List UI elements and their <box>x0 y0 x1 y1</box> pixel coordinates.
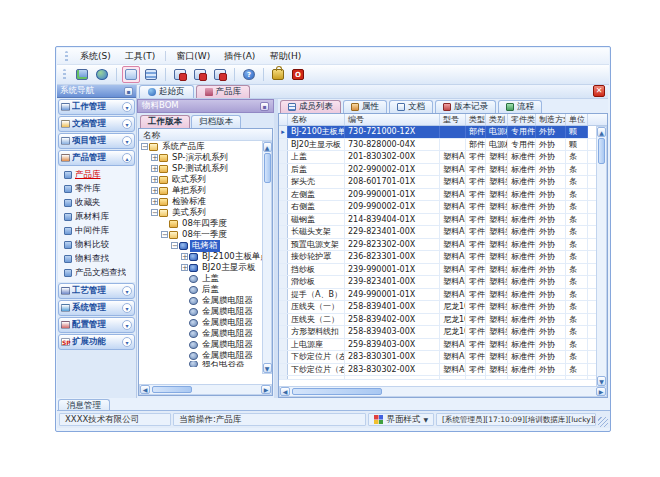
table-row[interactable]: 接纱轮护罩 236-823301-00X 塑料ABS 零件 塑料类 标准件 外协… <box>279 251 596 264</box>
tree-node[interactable]: 金属膜电阻器 <box>139 317 262 328</box>
table-row[interactable] <box>279 376 596 380</box>
table-row[interactable]: 压线夹（一） 258-839401-00X 尼龙1010 零件 塑料类 标准件 … <box>279 301 596 314</box>
scrollbar-thumb[interactable] <box>152 386 192 393</box>
toolbar-button[interactable] <box>142 66 160 83</box>
menu-item[interactable]: 窗口(W) <box>169 48 217 65</box>
tree-expander-icon[interactable] <box>181 341 188 348</box>
tree-node[interactable]: + BJ20主显示板 <box>139 262 262 273</box>
tree-expander-icon[interactable]: − <box>151 209 158 216</box>
table-row[interactable]: 挡纱板 239-990001-01X 塑料ABS 零件 塑料类 标准件 外协 条 <box>279 264 596 277</box>
sidebar-group[interactable]: 配置管理▾ <box>58 317 135 333</box>
bom-tree-horizontal-scrollbar[interactable]: ◀ ▶ <box>139 384 272 395</box>
sidebar-group[interactable]: 产品管理▴ <box>58 150 135 166</box>
toolbar-button[interactable] <box>73 66 91 83</box>
sidebar-item[interactable]: 物料查找 <box>58 252 135 266</box>
toolbar-button[interactable] <box>116 68 117 81</box>
tree-expander-icon[interactable] <box>161 220 168 227</box>
scroll-right-icon[interactable]: ▶ <box>261 385 271 394</box>
sidebar-item[interactable]: 产品库 <box>58 168 135 182</box>
tree-node[interactable]: + BJ-2100主板单点 <box>139 251 262 262</box>
sidebar-group[interactable]: 项目管理▾ <box>58 133 135 149</box>
member-tab[interactable]: 成员列表 <box>280 100 341 113</box>
menu-item[interactable]: 插件(A) <box>217 48 262 65</box>
table-row[interactable]: 下纱定位片（右） 283-830302-00X 塑料ABS 零件 塑料类 标准件… <box>279 364 596 377</box>
col-header[interactable]: 零件类型 <box>508 114 536 125</box>
table-row[interactable]: 下纱定位片（左） 283-830301-00X 塑料ABS 零件 塑料类 标准件… <box>279 351 596 364</box>
document-tab[interactable]: 起始页 <box>139 85 194 98</box>
toolbar-button[interactable] <box>240 66 258 83</box>
close-icon[interactable]: ✕ <box>593 85 605 97</box>
chevron-up-icon[interactable]: ▴ <box>122 153 132 163</box>
tree-node[interactable]: 独石电容器 <box>139 361 262 367</box>
toolbar-grip-2[interactable] <box>63 69 66 80</box>
sidebar-item[interactable]: 收藏夹 <box>58 196 135 210</box>
toolbar-button[interactable] <box>234 68 235 81</box>
scroll-down-icon[interactable]: ▼ <box>263 363 272 373</box>
tree-expander-icon[interactable]: + <box>151 198 158 205</box>
sidebar-group[interactable]: SP扩展功能▾ <box>58 334 135 350</box>
toolbar-button[interactable] <box>269 66 287 83</box>
table-row[interactable]: 上电源座 259-839403-00X 塑料ABS 零件 塑料类 标准件 外协 … <box>279 339 596 352</box>
col-header[interactable]: 制造方式 <box>536 114 566 125</box>
tree-node[interactable]: + 欧式系列 <box>139 174 262 185</box>
tree-node[interactable]: 08年四季度 <box>139 218 262 229</box>
sidebar-item[interactable]: 原材料库 <box>58 210 135 224</box>
tree-expander-icon[interactable]: − <box>161 231 168 238</box>
scrollbar-thumb[interactable] <box>292 388 382 395</box>
tree-expander-icon[interactable] <box>181 286 188 293</box>
scroll-up-icon[interactable]: ▲ <box>263 142 272 152</box>
scroll-left-icon[interactable]: ◀ <box>280 387 290 396</box>
member-tab[interactable]: 流程 <box>498 100 542 113</box>
tree-node[interactable]: 金属膜电阻器 <box>139 295 262 306</box>
sidebar-item[interactable]: 中间件库 <box>58 224 135 238</box>
member-tab[interactable]: 文档 <box>389 100 433 113</box>
table-row[interactable]: 后盖 202-990002-01X 塑料ABS 零件 塑料类 标准件 外协 条 <box>279 164 596 177</box>
tree-expander-icon[interactable]: + <box>151 176 158 183</box>
table-row[interactable]: BJ20主显示板 730-828000-04X 部件 电源板 专用件 外协 颗 <box>279 139 596 152</box>
tree-expander-icon[interactable] <box>181 352 188 359</box>
table-vertical-scrollbar[interactable]: ▲ ▼ <box>596 126 607 387</box>
bom-version-tab[interactable]: 工作版本 <box>140 115 190 128</box>
col-header[interactable]: 类别 <box>486 114 508 125</box>
chevron-down-icon[interactable]: ▾ <box>122 102 132 112</box>
tree-node[interactable]: 金属膜电阻器 <box>139 350 262 361</box>
scrollbar-thumb[interactable] <box>598 138 605 164</box>
tree-node[interactable]: − 美式系列 <box>139 207 262 218</box>
toolbar-button[interactable] <box>191 66 209 83</box>
tree-expander-icon[interactable]: − <box>171 242 178 249</box>
sidebar-group[interactable]: 文档管理▾ <box>58 116 135 132</box>
tree-expander-icon[interactable]: + <box>151 187 158 194</box>
toolbar-button[interactable] <box>263 68 264 81</box>
sidebar-panel-button[interactable]: ▪ <box>124 87 133 96</box>
col-header[interactable]: 编号 <box>345 114 440 125</box>
table-row[interactable]: 探头壳 208-601701-01X 塑料ABS 零件 塑料类 标准件 外协 条 <box>279 176 596 189</box>
tree-expander-icon[interactable]: + <box>151 154 158 161</box>
bom-panel-button[interactable]: ▪ <box>260 102 269 111</box>
chevron-down-icon[interactable]: ▾ <box>122 119 132 129</box>
tree-expander-icon[interactable]: + <box>181 253 188 260</box>
menu-item[interactable]: 工具(T) <box>118 48 163 65</box>
tree-node[interactable]: − 08年一季度 <box>139 229 262 240</box>
toolbar-button[interactable] <box>93 66 111 83</box>
scroll-down-icon[interactable]: ▼ <box>597 376 606 386</box>
col-header[interactable]: 名称 <box>288 114 345 125</box>
sidebar-item[interactable]: 物料比较 <box>58 238 135 252</box>
table-horizontal-scrollbar[interactable]: ◀ ▶ <box>279 386 607 397</box>
tree-node[interactable]: 金属膜电阻器 <box>139 328 262 339</box>
menu-item[interactable]: 系统(S) <box>73 48 118 65</box>
tree-node[interactable]: + SP-测试机系列 <box>139 163 262 174</box>
table-row[interactable]: 左侧盖 209-990001-01X 塑料ABS 零件 塑料类 标准件 外协 条 <box>279 189 596 202</box>
chevron-down-icon[interactable]: ▾ <box>122 337 132 347</box>
col-header[interactable]: 型号 <box>440 114 466 125</box>
toolbar-button[interactable] <box>122 66 140 83</box>
table-row[interactable]: 磁钢盖 214-839404-01X 塑料ABS 零件 塑料类 标准件 外协 条 <box>279 214 596 227</box>
bom-version-tab[interactable]: 归档版本 <box>191 115 241 128</box>
tree-node[interactable]: − 系统产品库 <box>139 141 262 152</box>
tree-expander-icon[interactable] <box>181 330 188 337</box>
tree-column-header[interactable]: 名称 <box>139 129 272 141</box>
table-row[interactable]: 提手（A、B） 249-990001-01X 塑料ABS 零件 塑料类 标准件 … <box>279 289 596 302</box>
chevron-down-icon[interactable]: ▾ <box>122 303 132 313</box>
scroll-left-icon[interactable]: ◀ <box>140 385 150 394</box>
sidebar-group[interactable]: 系统管理▾ <box>58 300 135 316</box>
table-row[interactable]: 预置电源支架 229-823302-00X 塑料ABS 零件 塑料类 标准件 外… <box>279 239 596 252</box>
